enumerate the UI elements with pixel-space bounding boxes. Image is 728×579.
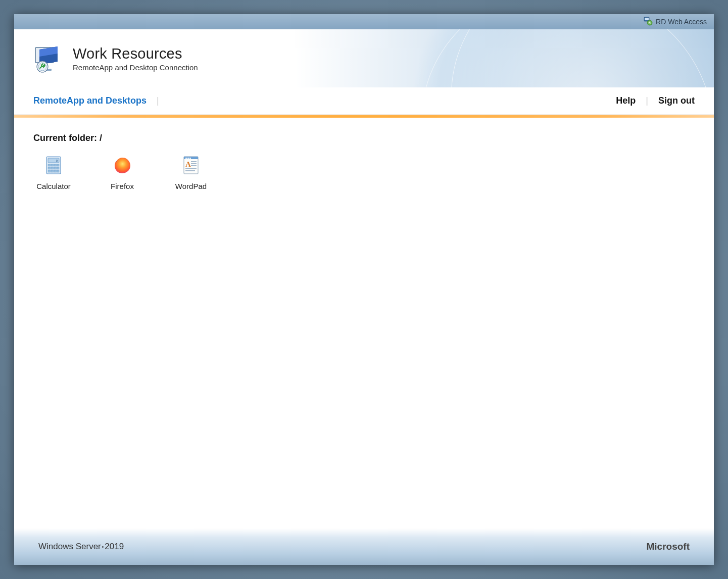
wordpad-icon: A [181, 155, 201, 175]
calculator-icon: 0 [43, 155, 64, 175]
app-grid: 0 Calculator [33, 155, 695, 190]
app-label: Firefox [111, 182, 134, 190]
header-globe-decoration [411, 29, 714, 87]
svg-rect-18 [51, 167, 54, 169]
app-calculator[interactable]: 0 Calculator [33, 155, 74, 190]
svg-rect-21 [48, 170, 51, 172]
svg-rect-31 [189, 158, 191, 159]
svg-rect-14 [51, 164, 54, 166]
signout-link[interactable]: Sign out [658, 95, 695, 106]
topbar-title: RD Web Access [656, 18, 707, 26]
page-subtitle: RemoteApp and Desktop Connection [73, 63, 198, 72]
svg-rect-20 [57, 167, 59, 169]
app-frame: RD Web Access Work Resources RemoteApp a… [14, 14, 714, 565]
svg-rect-24 [57, 170, 59, 172]
header: Work Resources RemoteApp and Desktop Con… [14, 29, 714, 87]
svg-rect-30 [187, 158, 189, 159]
svg-rect-19 [54, 167, 57, 169]
remoteapp-logo-icon [33, 44, 64, 73]
nav-separator: | [157, 95, 159, 106]
svg-rect-13 [48, 164, 51, 166]
footer: Windows Server•2019 Microsoft [14, 528, 714, 565]
current-folder-label: Current folder: / [33, 133, 695, 143]
svg-rect-15 [54, 164, 57, 166]
svg-rect-22 [51, 170, 54, 172]
nav-bar: RemoteApp and Desktops | Help | Sign out [14, 87, 714, 115]
app-firefox[interactable]: Firefox [102, 155, 142, 190]
svg-rect-29 [185, 158, 187, 159]
app-label: WordPad [175, 182, 207, 190]
nav-separator: | [646, 95, 648, 106]
app-label: Calculator [36, 182, 71, 190]
firefox-icon [112, 155, 132, 175]
svg-text:A: A [185, 160, 191, 168]
help-link[interactable]: Help [616, 95, 636, 106]
svg-rect-17 [48, 167, 51, 169]
footer-product: Windows Server•2019 [38, 542, 124, 552]
content-area: Current folder: / 0 Calculator [14, 118, 714, 528]
svg-rect-23 [54, 170, 57, 172]
rdweb-icon [644, 17, 653, 27]
svg-rect-1 [645, 18, 649, 20]
header-text: Work Resources RemoteApp and Desktop Con… [73, 45, 198, 72]
tab-remoteapp-desktops[interactable]: RemoteApp and Desktops [33, 95, 147, 106]
footer-vendor: Microsoft [647, 541, 690, 552]
svg-rect-16 [57, 164, 59, 166]
topbar: RD Web Access [14, 14, 714, 29]
page-title: Work Resources [73, 45, 198, 62]
app-wordpad[interactable]: A WordPad [171, 155, 211, 190]
